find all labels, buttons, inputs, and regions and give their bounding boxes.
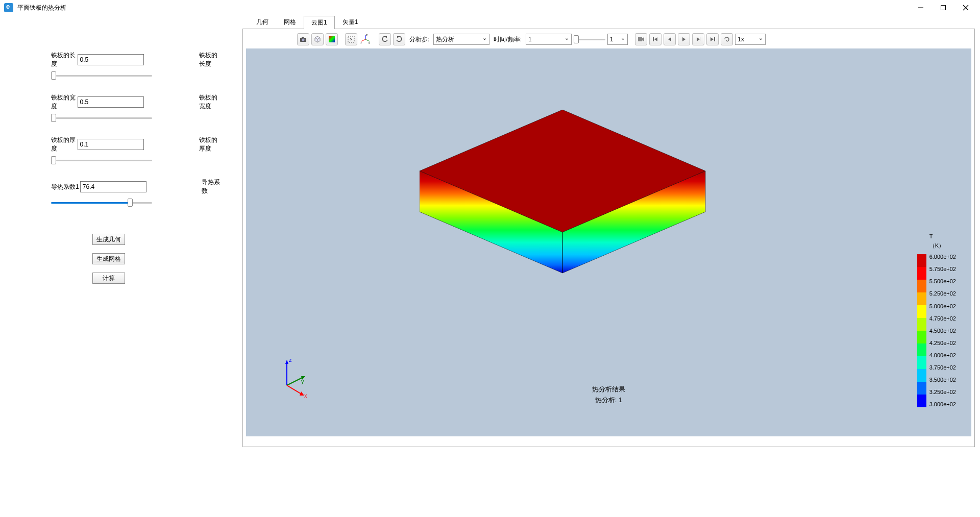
time-freq-label: 时间/频率: [492, 35, 524, 44]
param-input-width[interactable] [78, 96, 144, 108]
frame-spin[interactable] [607, 34, 628, 45]
colormap-icon[interactable] [326, 33, 338, 45]
svg-text:y: y [369, 41, 370, 44]
param-output-length: 铁板的长度 [199, 51, 222, 68]
param-label-length: 铁板的长度 [51, 51, 78, 68]
param-output-conductivity: 导热系数 [202, 178, 222, 195]
minimize-button[interactable] [916, 3, 926, 13]
viewer-frame: zyx 分析步: 热分析 时间/频率: 1 1x [242, 29, 975, 447]
result-title: 热分析结果 热分析: 1 [592, 384, 625, 406]
param-input-thickness[interactable] [78, 139, 144, 150]
slider-thickness[interactable] [51, 156, 152, 164]
param-input-length[interactable] [78, 54, 144, 65]
legend-value: 4.250e+02 [929, 340, 956, 346]
content-area: 几何 网格 云图1 矢量1 zyx 分析步: 热分析 时间/频率: 1 [242, 15, 980, 517]
svg-text:z: z [289, 357, 292, 363]
tab-contour[interactable]: 云图1 [304, 16, 335, 29]
legend-value: 5.000e+02 [929, 304, 956, 309]
prev-frame-icon[interactable] [664, 33, 676, 45]
next-frame-icon[interactable] [692, 33, 704, 45]
window-title: 平面铁板的热分析 [17, 4, 66, 12]
close-button[interactable] [961, 3, 971, 13]
legend-value: 4.750e+02 [929, 316, 956, 322]
maximize-button[interactable] [938, 3, 948, 13]
legend-value: 5.250e+02 [929, 291, 956, 297]
legend-value: 3.500e+02 [929, 377, 956, 383]
param-input-conductivity[interactable] [80, 181, 146, 192]
param-output-thickness: 铁板的厚度 [199, 136, 222, 153]
time-freq-select[interactable]: 1 [526, 34, 572, 45]
rotate-ccw-icon[interactable] [379, 33, 391, 45]
svg-rect-5 [302, 37, 304, 38]
play-icon[interactable] [678, 33, 690, 45]
svg-line-29 [287, 385, 302, 395]
param-label-conductivity: 导热系数1 [51, 183, 80, 191]
fit-view-icon[interactable] [345, 33, 357, 45]
svg-rect-1 [941, 6, 946, 10]
first-frame-icon[interactable] [649, 33, 662, 45]
axes-icon[interactable]: zyx [359, 33, 372, 45]
svg-marker-24 [285, 360, 288, 364]
tab-vector[interactable]: 矢量1 [335, 15, 366, 29]
view-cube-icon[interactable] [311, 33, 324, 45]
slider-conductivity[interactable] [51, 199, 152, 207]
svg-rect-16 [653, 37, 654, 41]
param-label-thickness: 铁板的厚度 [51, 136, 78, 153]
last-frame-icon[interactable] [706, 33, 719, 45]
analysis-step-label: 分析步: [407, 35, 431, 44]
param-output-width: 铁板的宽度 [199, 93, 222, 111]
sidebar: 铁板的长度 铁板的长度 铁板的宽度 铁板的宽度 铁板的厚度 铁板的厚度 导热系数… [0, 15, 242, 517]
legend-value: 5.750e+02 [929, 266, 956, 272]
svg-point-6 [302, 39, 305, 41]
camera-icon[interactable] [297, 33, 309, 45]
svg-rect-17 [700, 37, 700, 41]
legend-value: 6.000e+02 [929, 254, 956, 260]
plate-model [420, 110, 716, 314]
solve-button[interactable]: 计算 [92, 273, 125, 284]
slider-width[interactable] [51, 114, 152, 122]
svg-rect-15 [638, 37, 642, 41]
loop-icon[interactable] [721, 33, 733, 45]
analysis-step-select[interactable]: 热分析 [433, 34, 489, 45]
tab-mesh[interactable]: 网格 [276, 15, 304, 29]
legend-value: 4.000e+02 [929, 353, 956, 358]
svg-text:x: x [360, 41, 362, 44]
color-legend: T （K） 6.000e+025.750e+025.500e+025.250e+… [917, 232, 956, 407]
playback-rate-select[interactable]: 1x [735, 34, 766, 45]
svg-text:x: x [304, 392, 307, 399]
tabs: 几何 网格 云图1 矢量1 [242, 15, 975, 29]
param-label-width: 铁板的宽度 [51, 93, 78, 111]
legend-value: 4.500e+02 [929, 328, 956, 334]
svg-rect-18 [714, 37, 715, 41]
generate-geometry-button[interactable]: 生成几何 [92, 234, 125, 245]
record-icon[interactable] [635, 33, 647, 45]
time-slider[interactable] [574, 35, 605, 43]
svg-text:y: y [301, 378, 304, 384]
app-icon [4, 3, 13, 12]
rotate-cw-icon[interactable] [393, 33, 405, 45]
svg-text:z: z [366, 34, 368, 36]
title-bar: 平面铁板的热分析 [0, 0, 980, 15]
axes-triad: z y x [272, 355, 317, 401]
legend-value: 3.250e+02 [929, 389, 956, 395]
generate-mesh-button[interactable]: 生成网格 [92, 253, 125, 264]
slider-length[interactable] [51, 71, 152, 80]
tab-geometry[interactable]: 几何 [249, 15, 276, 29]
legend-value: 3.750e+02 [929, 365, 956, 371]
svg-rect-7 [329, 36, 335, 42]
svg-line-11 [361, 39, 365, 41]
legend-value: 5.500e+02 [929, 279, 956, 284]
viewport-3d[interactable]: z y x 热分析结果 热分析: 1 T （K） [246, 48, 971, 436]
legend-value: 3.000e+02 [929, 402, 956, 407]
viewer-toolbar: zyx 分析步: 热分析 时间/频率: 1 1x [246, 32, 971, 48]
